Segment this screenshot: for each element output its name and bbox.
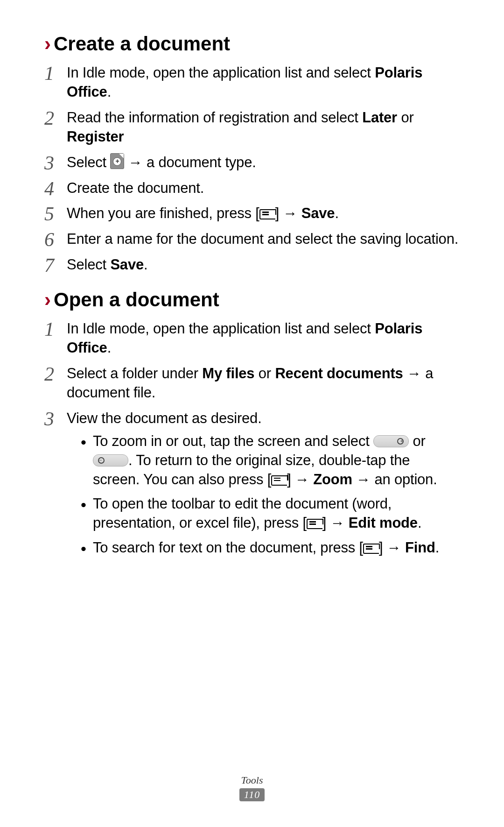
bold-text: Save <box>110 256 144 273</box>
step-text: Create the document. <box>67 180 204 196</box>
menu-key-icon <box>259 209 275 219</box>
step-item: 1 In Idle mode, open the application lis… <box>44 64 460 102</box>
bold-text: My files <box>202 365 254 382</box>
bold-text: Save <box>301 205 335 221</box>
step-text: Select <box>67 256 110 273</box>
bullet-text: ] → <box>287 471 313 488</box>
bullet-text: or <box>409 433 426 449</box>
step-item: 1 In Idle mode, open the application lis… <box>44 319 460 358</box>
step-text: . <box>144 256 147 273</box>
bold-text: Later <box>362 109 397 126</box>
chevron-right-icon: › <box>44 33 51 55</box>
page-footer: Tools 110 <box>0 774 504 801</box>
menu-key-icon <box>363 544 379 554</box>
step-text: → a document type. <box>124 154 256 170</box>
bullet-text: To zoom in or out, tap the screen and se… <box>93 433 373 449</box>
footer-section-label: Tools <box>0 774 504 786</box>
step-item: 2 Read the information of registration a… <box>44 108 460 147</box>
substeps: To zoom in or out, tap the screen and se… <box>80 432 460 558</box>
heading-text: Create a document <box>54 33 230 55</box>
menu-key-icon <box>307 519 322 529</box>
page-number: 110 <box>239 788 265 801</box>
manual-page: ›Create a document 1 In Idle mode, open … <box>0 0 504 827</box>
zoom-out-icon <box>93 454 128 467</box>
bullet-text: To search for text on the document, pres… <box>93 539 363 556</box>
step-text: . <box>335 205 338 221</box>
step-text: In Idle mode, open the application list … <box>67 320 375 337</box>
step-text: View the document as desired. <box>67 410 262 426</box>
step-item: 2 Select a folder under My files or Rece… <box>44 364 460 403</box>
step-item: 3 View the document as desired. To zoom … <box>44 409 460 558</box>
bold-text: Zoom <box>313 471 352 488</box>
heading-open-document: ›Open a document <box>44 289 460 311</box>
step-item: 6 Enter a name for the document and sele… <box>44 230 460 249</box>
step-text: . <box>107 339 111 356</box>
bullet-text: . <box>435 539 439 556</box>
bold-text: Recent documents <box>275 365 403 382</box>
step-item: 5 When you are finished, press [] → Save… <box>44 204 460 223</box>
step-text: ] → <box>275 205 301 221</box>
bold-text: Find <box>405 539 435 556</box>
step-text: or <box>397 109 414 126</box>
steps-open: 1 In Idle mode, open the application lis… <box>44 319 460 558</box>
heading-create-document: ›Create a document <box>44 33 460 55</box>
bold-text: Edit mode <box>349 515 418 531</box>
bullet-text: ] → <box>379 539 405 556</box>
bullet-item: To open the toolbar to edit the document… <box>80 495 460 533</box>
bullet-item: To search for text on the document, pres… <box>80 538 460 558</box>
bullet-text: ] → <box>322 515 349 531</box>
bullet-item: To zoom in or out, tap the screen and se… <box>80 432 460 489</box>
bullet-text: → an option. <box>352 471 437 488</box>
step-text: In Idle mode, open the application list … <box>67 64 375 81</box>
chevron-right-icon: › <box>44 289 51 311</box>
new-document-icon <box>110 153 124 169</box>
zoom-in-icon <box>373 435 409 447</box>
bold-text: Register <box>67 128 124 145</box>
step-text: Select <box>67 154 110 170</box>
step-text: Select a folder under <box>67 365 202 382</box>
heading-text: Open a document <box>54 289 219 311</box>
step-text: Read the information of registration and… <box>67 109 362 126</box>
steps-create: 1 In Idle mode, open the application lis… <box>44 64 460 275</box>
step-item: 3 Select → a document type. <box>44 153 460 172</box>
step-text: Enter a name for the document and select… <box>67 231 458 247</box>
step-item: 7 Select Save. <box>44 255 460 275</box>
step-text: When you are finished, press [ <box>67 205 259 221</box>
menu-key-icon <box>271 475 287 486</box>
step-item: 4 Create the document. <box>44 179 460 198</box>
bullet-text: . <box>418 515 421 531</box>
step-text: or <box>254 365 275 382</box>
step-text: . <box>107 84 111 100</box>
